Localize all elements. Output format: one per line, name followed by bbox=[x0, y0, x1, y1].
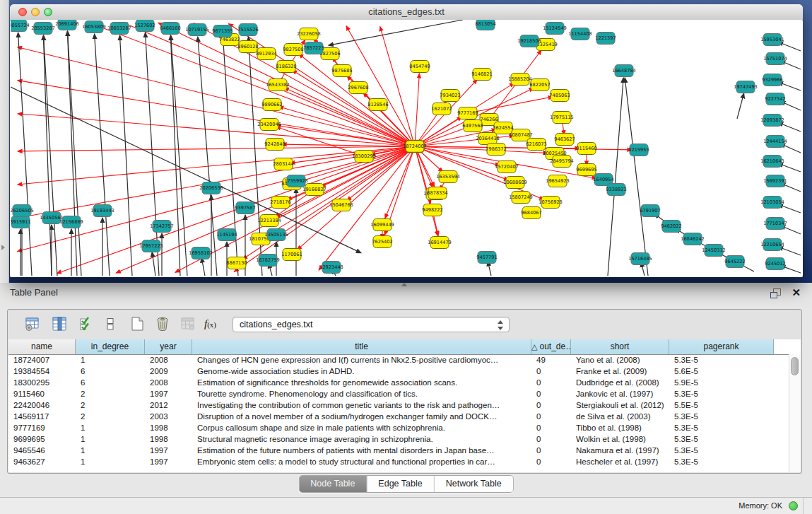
network-canvas[interactable]: 1872400723226058982750881863281654338298… bbox=[11, 20, 802, 276]
delete-column-icon[interactable] bbox=[155, 316, 172, 333]
graph-node-9329966[interactable]: 9329966 bbox=[762, 74, 782, 86]
graph-node-7625402[interactable]: 7625402 bbox=[372, 236, 392, 248]
graph-node-12450312[interactable]: 12450312 bbox=[702, 245, 726, 257]
graph-node-10688609[interactable]: 10688609 bbox=[503, 177, 527, 189]
graph-node-9671355[interactable]: 9671355 bbox=[212, 25, 233, 37]
column-header-name[interactable]: name bbox=[8, 339, 76, 354]
graph-node-6216073[interactable]: 6216073 bbox=[526, 139, 546, 151]
graph-node-17975115[interactable]: 17975115 bbox=[550, 112, 574, 124]
graph-node-9227342[interactable]: 9227342 bbox=[765, 93, 785, 105]
graph-node-19654923[interactable]: 19654923 bbox=[546, 175, 570, 187]
network-window[interactable]: citations_edges.txt 18724007232260589827… bbox=[10, 4, 803, 277]
graph-node-9699695[interactable]: 9699695 bbox=[576, 164, 596, 176]
citation-edge-black[interactable] bbox=[737, 93, 744, 119]
table-row[interactable]: 1830029562008Estimation of significance … bbox=[8, 377, 789, 388]
graph-node-9245012[interactable]: 9245012 bbox=[765, 258, 785, 270]
graph-node-18724007[interactable]: 18724007 bbox=[403, 141, 427, 153]
tab-node-table[interactable]: Node Table bbox=[299, 476, 367, 492]
citation-edge-black[interactable] bbox=[152, 252, 155, 276]
graph-node-8878334[interactable]: 8878334 bbox=[427, 187, 447, 199]
citation-edge-red[interactable] bbox=[18, 146, 415, 151]
show-columns-icon[interactable] bbox=[52, 316, 69, 333]
graph-node-15716485[interactable]: 15716485 bbox=[628, 253, 652, 265]
graph-node-9827508[interactable]: 9827508 bbox=[283, 44, 303, 56]
graph-node-8128546[interactable]: 8128546 bbox=[367, 99, 388, 111]
graph-node-9462022[interactable]: 9462022 bbox=[661, 221, 681, 233]
graph-node-7934023[interactable]: 7934023 bbox=[440, 90, 460, 102]
graph-node-1221397[interactable]: 1221397 bbox=[595, 33, 616, 45]
graph-node-23226058[interactable]: 23226058 bbox=[297, 28, 321, 40]
graph-node-15046766[interactable]: 15046766 bbox=[329, 199, 353, 211]
memory-ok-indicator[interactable] bbox=[789, 501, 798, 510]
graph-node-6822057[interactable]: 6822057 bbox=[529, 79, 550, 91]
citation-edge-black[interactable] bbox=[198, 37, 217, 276]
graph-node-19193443[interactable]: 19193443 bbox=[90, 205, 114, 217]
graph-node-26206505[interactable]: 26206505 bbox=[11, 205, 34, 217]
citation-edge-black[interactable] bbox=[68, 31, 81, 276]
graph-node-9338923[interactable]: 9338923 bbox=[606, 184, 626, 196]
graph-node-3915911[interactable]: 3915911 bbox=[11, 216, 31, 228]
graph-node-2803144[interactable]: 2803144 bbox=[273, 158, 293, 170]
graph-node-9875685[interactable]: 9875685 bbox=[331, 65, 352, 77]
graph-node-16099449[interactable]: 16099449 bbox=[370, 219, 394, 231]
table-row[interactable]: 946554611997Estimation of the future num… bbox=[8, 445, 789, 456]
graph-node-12444154[interactable]: 12444154 bbox=[763, 136, 787, 148]
column-header-title[interactable]: title bbox=[192, 339, 531, 354]
table-row[interactable]: 2242004622012Investigating the contribut… bbox=[8, 399, 789, 411]
citation-edge-black[interactable] bbox=[120, 35, 132, 276]
graph-node-9115460[interactable]: 9115460 bbox=[576, 143, 596, 155]
graph-node-16210643[interactable]: 16210643 bbox=[760, 156, 784, 168]
graph-node-12103054[interactable]: 12103054 bbox=[760, 197, 784, 209]
left-splitter[interactable] bbox=[0, 0, 9, 283]
graph-node-9645222[interactable]: 9645222 bbox=[724, 256, 745, 268]
window-titlebar[interactable]: citations_edges.txt bbox=[10, 4, 803, 21]
graph-node-8960128[interactable]: 8960128 bbox=[237, 41, 258, 53]
graph-node-10756928[interactable]: 10756928 bbox=[539, 197, 563, 209]
graph-node-17710347[interactable]: 17710347 bbox=[763, 218, 787, 230]
graph-node-9777169[interactable]: 9777169 bbox=[457, 107, 478, 119]
graph-node-17359928[interactable]: 17359928 bbox=[284, 175, 308, 187]
graph-node-11154408[interactable]: 11154408 bbox=[568, 28, 592, 40]
graph-node-7515526[interactable]: 7515526 bbox=[237, 24, 258, 36]
graph-node-1621072[interactable]: 1621072 bbox=[431, 103, 452, 115]
select-columns-icon[interactable] bbox=[78, 316, 95, 333]
graph-node-15807249[interactable]: 15807249 bbox=[509, 192, 533, 204]
graph-node-17957223[interactable]: 17957223 bbox=[139, 240, 163, 252]
graph-node-9890662[interactable]: 9890662 bbox=[261, 99, 282, 111]
graph-node-16648784[interactable]: 16648784 bbox=[612, 65, 636, 77]
graph-node-8912934[interactable]: 8912934 bbox=[256, 48, 276, 60]
citation-network-graph[interactable]: 1872400723226058982750881863281654338298… bbox=[11, 20, 802, 276]
graph-node-8867130[interactable]: 8867130 bbox=[226, 257, 247, 269]
table-row[interactable]: 977716911998Corpus callosum shape and si… bbox=[8, 422, 789, 433]
tab-network-table[interactable]: Network Table bbox=[435, 476, 513, 492]
graph-node-18300295[interactable]: 18300295 bbox=[352, 151, 376, 163]
function-builder-icon[interactable]: f(x) bbox=[204, 317, 225, 334]
graph-node-16353594[interactable]: 16353594 bbox=[436, 171, 460, 183]
graph-node-15692391[interactable]: 15692391 bbox=[763, 175, 787, 187]
splitter-collapse-icon[interactable] bbox=[1, 245, 5, 250]
citation-edge-red[interactable] bbox=[415, 74, 419, 146]
graph-node-16958107[interactable]: 16958107 bbox=[189, 247, 213, 259]
table-selector-dropdown[interactable]: citations_edges.txt bbox=[233, 317, 510, 332]
graph-node-10719155[interactable]: 10719155 bbox=[185, 24, 209, 36]
new-column-icon[interactable] bbox=[129, 316, 146, 333]
graph-node-10653287[interactable]: 10653287 bbox=[107, 23, 131, 35]
graph-node-8813054[interactable]: 8813054 bbox=[475, 20, 495, 30]
graph-node-9457791[interactable]: 9457791 bbox=[476, 252, 497, 264]
table-row[interactable]: 969969511998Structural magnetic resonanc… bbox=[8, 433, 789, 445]
scrollbar-thumb[interactable] bbox=[791, 357, 799, 375]
graph-node-23420046[interactable]: 23420046 bbox=[257, 119, 281, 131]
table-row[interactable]: 946362711997Embryonic stem cells: a mode… bbox=[8, 456, 789, 467]
graph-node-12923448[interactable]: 12923448 bbox=[319, 262, 343, 274]
graph-node-7986372[interactable]: 7986372 bbox=[486, 144, 506, 156]
graph-node-1170061[interactable]: 1170061 bbox=[281, 249, 302, 261]
citation-edge-black[interactable] bbox=[329, 20, 463, 45]
table-scrollbar[interactable] bbox=[789, 354, 801, 472]
column-header-in_degree[interactable]: in_degree bbox=[76, 339, 145, 354]
float-panel-icon[interactable] bbox=[770, 288, 781, 298]
table-row[interactable]: 1872400712008Changes of HCN gene express… bbox=[8, 354, 789, 366]
table-mode-icon[interactable] bbox=[25, 316, 42, 333]
graph-node-20691406[interactable]: 20691406 bbox=[55, 20, 79, 30]
graph-node-6791907[interactable]: 6791907 bbox=[640, 205, 660, 217]
table-row[interactable]: 1456911722003Disruption of a novel membe… bbox=[8, 411, 789, 422]
